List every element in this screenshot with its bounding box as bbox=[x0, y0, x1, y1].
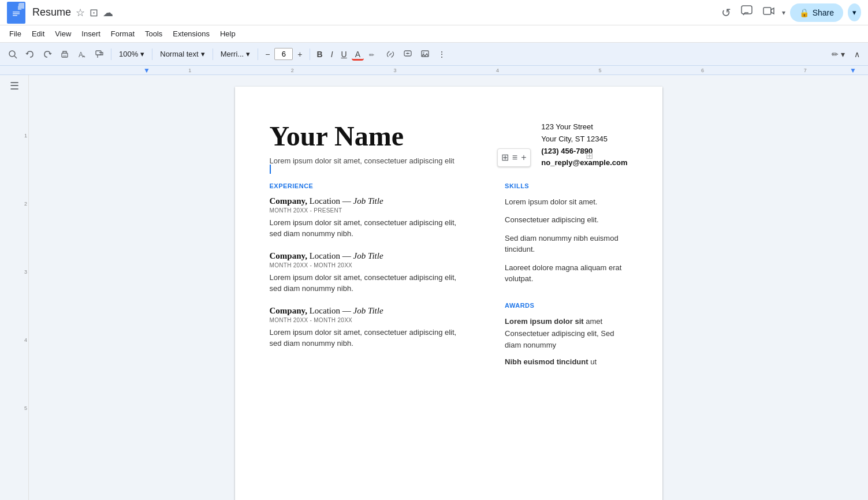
job-entry-2: Company, Location — Job Title MONTH 20XX… bbox=[270, 251, 471, 294]
menu-tools[interactable]: Tools bbox=[140, 27, 167, 40]
doc-icon bbox=[7, 2, 25, 24]
job-3-location: Location — bbox=[310, 306, 353, 315]
float-grid-icon[interactable]: ⊞ bbox=[501, 150, 509, 165]
award-bold-2: Nibh euismod tincidunt bbox=[505, 357, 588, 366]
menu-file[interactable]: File bbox=[5, 27, 26, 40]
share-dropdown-button[interactable]: ▾ bbox=[848, 3, 861, 21]
font-size-input[interactable]: 6 bbox=[274, 48, 293, 60]
separator-5 bbox=[310, 48, 310, 60]
skill-3[interactable]: Sed diam nonummy nibh euismod tincidunt. bbox=[505, 233, 627, 255]
print-button[interactable] bbox=[57, 47, 73, 61]
job-2-location: Location — bbox=[310, 251, 353, 260]
svg-rect-9 bbox=[63, 55, 66, 57]
job-1-position: Job Title bbox=[353, 196, 383, 206]
meet-icon[interactable] bbox=[760, 2, 777, 23]
ruler-v-3: 3 bbox=[24, 269, 27, 275]
bold-button[interactable]: B bbox=[314, 47, 326, 61]
address-phone[interactable]: (123) 456-7890 bbox=[541, 145, 627, 158]
menu-view[interactable]: View bbox=[50, 27, 76, 40]
separator-4 bbox=[258, 48, 258, 60]
insert-comment-button[interactable] bbox=[400, 47, 416, 61]
font-select[interactable]: Merri... ▾ bbox=[217, 48, 254, 60]
job-3-company: Company, bbox=[270, 306, 307, 315]
search-button[interactable] bbox=[5, 47, 21, 61]
highlight-button[interactable]: ✏ bbox=[365, 47, 381, 61]
main-area: ☰ 1 2 3 4 5 Your Name Lorem ipsum dolor … bbox=[0, 75, 868, 500]
job-3-description[interactable]: Lorem ipsum dolor sit amet, consectetuer… bbox=[270, 327, 471, 349]
top-ruler: ▼ ▼ 1 2 3 4 5 6 7 bbox=[0, 66, 868, 75]
more-options-button[interactable]: ⋮ bbox=[434, 47, 449, 61]
star-icon[interactable]: ☆ bbox=[76, 6, 85, 19]
font-size-decrease-button[interactable]: − bbox=[262, 47, 273, 61]
share-lock-icon: 🔒 bbox=[799, 8, 809, 17]
job-2-title[interactable]: Company, Location — Job Title bbox=[270, 251, 471, 261]
skills-header: SKILLS bbox=[505, 182, 627, 189]
award-text-1[interactable]: Lorem ipsum dolor sit amet Consectetuer … bbox=[505, 316, 627, 352]
menu-edit[interactable]: Edit bbox=[27, 27, 49, 40]
redo-button[interactable] bbox=[39, 47, 55, 61]
text-cursor bbox=[270, 165, 271, 174]
menu-insert[interactable]: Insert bbox=[77, 27, 105, 40]
spellcheck-button[interactable]: A bbox=[74, 47, 90, 61]
skill-1[interactable]: Lorem ipsum dolor sit amet. bbox=[505, 196, 627, 208]
address-email[interactable]: no_reply@example.com bbox=[541, 157, 627, 169]
svg-point-6 bbox=[9, 51, 15, 57]
float-toolbar: ⊞ ≡ + bbox=[497, 148, 531, 167]
meet-dropdown[interactable]: ▾ bbox=[782, 9, 785, 17]
paint-format-button[interactable] bbox=[91, 47, 107, 61]
skill-4[interactable]: Laoreet dolore magna aliquam erat volutp… bbox=[505, 262, 627, 285]
folder-icon[interactable]: ⊡ bbox=[90, 6, 98, 19]
ruler-v-1: 1 bbox=[24, 133, 27, 139]
share-button[interactable]: 🔒 Share bbox=[790, 3, 843, 22]
ruler-mark-5: 5 bbox=[599, 68, 602, 73]
award-text-2[interactable]: Nibh euismod tincidunt ut bbox=[505, 356, 627, 368]
italic-button[interactable]: I bbox=[327, 47, 337, 61]
address-block: ⊞ ≡ + ⊞ 123 Your Street Your City, ST 12… bbox=[541, 121, 627, 169]
skill-2[interactable]: Consectetuer adipiscing elit. bbox=[505, 214, 627, 226]
float-corner-icon[interactable]: ⊞ bbox=[586, 148, 593, 163]
separator-3 bbox=[213, 48, 213, 60]
job-3-date: MONTH 20XX - MONTH 20XX bbox=[270, 317, 471, 323]
comments-icon[interactable] bbox=[738, 2, 755, 23]
menu-extensions[interactable]: Extensions bbox=[168, 27, 214, 40]
edit-mode-button[interactable]: ✏ ▾ bbox=[828, 47, 848, 61]
job-1-company: Company, bbox=[270, 196, 307, 206]
job-3-title[interactable]: Company, Location — Job Title bbox=[270, 306, 471, 316]
menu-format[interactable]: Format bbox=[106, 27, 139, 40]
address-street[interactable]: 123 Your Street bbox=[541, 121, 627, 133]
ruler-v-5: 5 bbox=[24, 405, 27, 411]
job-2-description[interactable]: Lorem ipsum dolor sit amet, consectetuer… bbox=[270, 272, 471, 294]
collapse-button[interactable]: ∧ bbox=[851, 47, 863, 61]
outline-icon[interactable]: ☰ bbox=[10, 80, 19, 92]
insert-image-button[interactable] bbox=[417, 47, 433, 61]
font-color-button[interactable]: A bbox=[352, 47, 364, 61]
cloud-icon[interactable]: ☁ bbox=[103, 6, 113, 19]
experience-header: EXPERIENCE bbox=[270, 182, 471, 189]
font-label: Merri... bbox=[221, 50, 244, 58]
job-2-date: MONTH 20XX - MONTH 20XX bbox=[270, 262, 471, 268]
zoom-select[interactable]: 100% ▾ bbox=[115, 48, 148, 60]
toolbar-right: ✏ ▾ ∧ bbox=[828, 47, 863, 61]
underline-button[interactable]: U bbox=[338, 47, 351, 61]
history-icon[interactable]: ↺ bbox=[719, 3, 733, 22]
doc-area[interactable]: Your Name Lorem ipsum dolor sit amet, co… bbox=[29, 75, 868, 500]
award-bold-1: Lorem ipsum dolor sit bbox=[505, 317, 584, 326]
share-label: Share bbox=[813, 8, 834, 17]
zoom-dropdown-icon: ▾ bbox=[140, 50, 144, 58]
ruler-mark-7: 7 bbox=[804, 68, 807, 73]
float-align-icon[interactable]: ≡ bbox=[512, 150, 517, 165]
ruler-mark-3: 3 bbox=[393, 68, 396, 73]
ruler-mark-1: 1 bbox=[188, 68, 191, 73]
style-select[interactable]: Normal text ▾ bbox=[156, 48, 208, 60]
menu-help[interactable]: Help bbox=[215, 27, 240, 40]
address-city[interactable]: Your City, ST 12345 bbox=[541, 133, 627, 145]
font-size-increase-button[interactable]: + bbox=[294, 47, 306, 61]
job-1-title[interactable]: Company, Location — Job Title bbox=[270, 196, 471, 206]
job-1-description[interactable]: Lorem ipsum dolor sit amet, consectetuer… bbox=[270, 217, 471, 240]
title-icons: ☆ ⊡ ☁ bbox=[76, 6, 113, 19]
zoom-label: 100% bbox=[119, 50, 138, 58]
style-dropdown-icon: ▾ bbox=[201, 50, 205, 58]
link-button[interactable] bbox=[382, 47, 398, 61]
float-add-icon[interactable]: + bbox=[521, 150, 526, 165]
undo-button[interactable] bbox=[22, 47, 38, 61]
